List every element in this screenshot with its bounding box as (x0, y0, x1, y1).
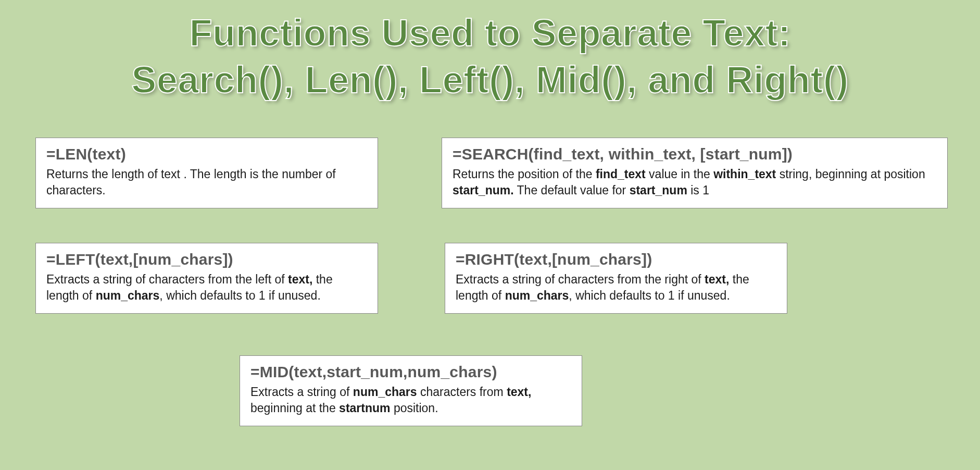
term-text: text, (705, 273, 729, 286)
term-startnum: startnum (339, 401, 390, 415)
text-fragment: , which defaults to 1 if unused. (159, 289, 320, 302)
search-desc: Returns the position of the find_text va… (453, 166, 937, 199)
term-num-chars: num_chars (353, 385, 417, 399)
mid-desc: Extracts a string of num_chars character… (250, 384, 571, 416)
mid-heading: =MID(text,start_num,num_chars) (250, 363, 571, 381)
card-search: =SEARCH(find_text, within_text, [start_n… (442, 138, 948, 208)
text-fragment: Extracts a string of (250, 385, 353, 399)
text-fragment: characters from (417, 385, 507, 399)
text-fragment: The default value for (514, 183, 630, 197)
card-len: =LEN(text) Returns the length of text . … (35, 138, 378, 208)
term-text: text, (288, 273, 312, 286)
right-desc: Extracts a string of characters from the… (456, 271, 776, 304)
text-fragment: beginning at the (250, 401, 339, 415)
card-mid: =MID(text,start_num,num_chars) Extracts … (240, 355, 582, 426)
slide-title: Functions Used to Separate Text: Search(… (0, 0, 980, 103)
title-line-1: Functions Used to Separate Text: (190, 12, 791, 54)
term-start-num: start_num. (453, 183, 514, 197)
len-desc: Returns the length of text . The length … (46, 166, 367, 199)
text-fragment: Returns the position of the (453, 167, 596, 181)
text-fragment: value in the (646, 167, 713, 181)
text-fragment: Extracts a string of characters from the… (46, 273, 288, 286)
search-heading: =SEARCH(find_text, within_text, [start_n… (453, 145, 937, 163)
right-heading: =RIGHT(text,[num_chars]) (456, 251, 776, 268)
title-line-2: Search(), Len(), Left(), Mid(), and Righ… (131, 59, 848, 101)
term-text: text, (507, 385, 531, 399)
term-find-text: find_text (596, 167, 646, 181)
text-fragment: position. (391, 401, 438, 415)
left-heading: =LEFT(text,[num_chars]) (46, 251, 367, 268)
term-num-chars: num_chars (96, 289, 160, 302)
card-right: =RIGHT(text,[num_chars]) Extracts a stri… (445, 243, 787, 314)
text-fragment: string, beginning at position (776, 167, 925, 181)
len-heading: =LEN(text) (46, 145, 367, 163)
text-fragment: is 1 (687, 183, 709, 197)
text-fragment: Extracts a string of characters from the… (456, 273, 705, 286)
term-num-chars: num_chars (505, 289, 569, 302)
card-left: =LEFT(text,[num_chars]) Extracts a strin… (35, 243, 378, 314)
term-start-num: start_num (630, 183, 687, 197)
text-fragment: , which defaults to 1 if unused. (569, 289, 730, 302)
term-within-text: within_text (713, 167, 776, 181)
left-desc: Extracts a string of characters from the… (46, 271, 367, 304)
